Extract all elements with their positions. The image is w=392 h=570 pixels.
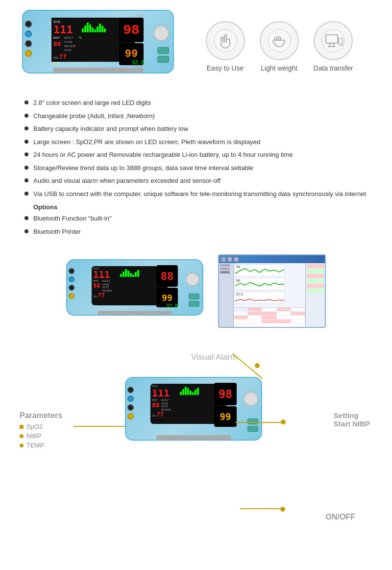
bullet-text: Audio and visual alarm when parameters e… xyxy=(33,176,220,186)
option-text: Bluetooth Printer xyxy=(33,227,81,237)
spo2-mid: 88 xyxy=(156,265,178,287)
option-1: Bluetooth Function "built-in" xyxy=(24,214,368,223)
bullet-2: Changeable probe (Adult, Infant ,Newborn… xyxy=(24,111,368,121)
data-transfer-label: Data transfer xyxy=(314,64,353,72)
feet-mid xyxy=(91,315,178,316)
setting-label: Setting Start NIBP xyxy=(334,411,370,428)
param-spo2: SpO2 xyxy=(20,423,62,430)
svg-point-0 xyxy=(214,29,237,52)
param-nibp: NIBP xyxy=(20,432,62,440)
feature-icons-row: Easy to Use Light weight xyxy=(206,21,353,72)
bullet-text: Via USB to connect with the computer, un… xyxy=(33,189,366,199)
features-section: Easy to Use Light weight xyxy=(181,21,377,72)
spo2-display: 98 xyxy=(119,18,144,42)
bullet-text: Storage/Review trend data up to 3888 gro… xyxy=(33,163,253,173)
bullet-dot xyxy=(24,152,28,156)
option-text: Bluetooth Function "built-in" xyxy=(33,214,112,223)
setting-subtitle: Start NIBP xyxy=(334,420,370,428)
bottom-buttons[interactable] xyxy=(157,47,169,63)
software-titlebar: _ □ × xyxy=(219,255,325,263)
bullet-5: 24 hours or AC power and Removable recha… xyxy=(24,150,368,160)
bottom-diagram-section: Visual Alarm Parameters SpO2 NIBP TEMP xyxy=(0,338,392,548)
left-connectors-bottom xyxy=(126,387,134,420)
bottom-btns-bottom[interactable] xyxy=(247,419,258,432)
sw-sidebar xyxy=(219,263,234,327)
bullet-1: 2.8" color screen and large red LED digi… xyxy=(24,98,368,108)
stand-feet xyxy=(46,73,150,74)
svg-point-9 xyxy=(322,29,344,52)
software-content: 98 96 37.5 xyxy=(219,263,325,327)
software-screenshot: _ □ × 98 xyxy=(218,254,326,328)
bullet-text: 2.8" color screen and large red LED digi… xyxy=(33,98,151,108)
feature-light-weight: Light weight xyxy=(260,21,299,72)
spo2-label: SPO₂ xyxy=(136,14,145,18)
options-heading: Options xyxy=(24,203,368,211)
bottom-btns-mid[interactable] xyxy=(189,294,199,307)
visual-alarm-label: Visual Alarm xyxy=(191,352,237,362)
middle-section: SYS 111 MAP88 ADULTmmhgAUTOREVIEW DIA 77 xyxy=(0,245,392,338)
parameters-label: Parameters SpO2 NIBP TEMP xyxy=(20,411,62,451)
feature-data-transfer: Data transfer xyxy=(314,21,353,72)
param-arrow xyxy=(74,426,132,427)
option-2: Bluetooth Printer xyxy=(24,227,368,237)
stand-mid xyxy=(98,311,172,315)
computer-icon xyxy=(314,21,353,60)
stand-bottom xyxy=(156,435,231,440)
temp-mid: 32.8 xyxy=(166,303,178,309)
device-image-mid: SYS 111 MAP88 ADULTmmhgAUTOREVIEW DIA 77 xyxy=(66,259,203,323)
bullet-text: Changeable probe (Adult, Infant ,Newborn… xyxy=(33,111,155,121)
bullet-8: Via USB to connect with the computer, un… xyxy=(24,189,368,199)
parameters-title: Parameters xyxy=(20,411,62,420)
top-section: SYS 111 MAP88 ADULTmmhgREVIEW10:00 ℃ DIA… xyxy=(0,0,392,88)
bullet-text: Large screen : SpO2,PR are shown on LED … xyxy=(33,137,260,147)
spo2-bottom: 98 xyxy=(214,383,237,405)
bullets-section: 2.8" color screen and large red LED digi… xyxy=(0,88,392,245)
win-btn-max[interactable]: □ xyxy=(227,257,232,262)
waveform-bars xyxy=(82,23,106,32)
bullet-dot xyxy=(24,166,28,170)
pr-bottom: 99 xyxy=(214,406,237,427)
bullet-7: Audio and visual alarm when parameters e… xyxy=(24,176,368,186)
onoff-arrow xyxy=(240,508,284,509)
right-button[interactable] xyxy=(153,25,169,41)
setting-arrow xyxy=(235,422,284,423)
onoff-dot xyxy=(280,507,285,512)
sw-main-content: 98 96 37.5 xyxy=(234,263,305,327)
bullet-text: Battery capacity indicator and prompt wh… xyxy=(33,124,188,134)
hand-hold-icon xyxy=(260,21,299,60)
visual-alarm-dot xyxy=(255,363,260,368)
device-image-bottom: SYS 111 MAP88 ADULTmmhgAUTOREVIEW DIA 77 xyxy=(125,377,267,475)
setting-title: Setting xyxy=(334,411,370,420)
bullet-dot xyxy=(24,140,28,144)
bullet-dot xyxy=(24,178,28,182)
feature-easy-to-use: Easy to Use xyxy=(206,21,245,72)
bullet-dot xyxy=(24,114,28,118)
left-connectors xyxy=(23,21,32,57)
bullet-dot xyxy=(24,100,28,104)
bullet-dot xyxy=(24,216,28,220)
bullet-3: Battery capacity indicator and prompt wh… xyxy=(24,124,368,134)
setting-dot xyxy=(281,420,286,424)
bullet-4: Large screen : SpO2,PR are shown on LED … xyxy=(24,137,368,147)
onoff-label: ON/OFF xyxy=(326,513,355,521)
win-btn-close[interactable]: × xyxy=(234,257,239,262)
hand-touch-icon xyxy=(206,21,245,60)
right-btn-bottom[interactable] xyxy=(244,392,258,406)
right-btn-mid[interactable] xyxy=(186,273,199,286)
win-btn-min[interactable]: _ xyxy=(221,257,226,262)
left-connectors-mid xyxy=(67,268,74,299)
stand-bar xyxy=(53,68,143,73)
feet-bottom xyxy=(149,440,237,441)
device-image-top: SYS 111 MAP88 ADULTmmhgREVIEW10:00 ℃ DIA… xyxy=(15,10,181,83)
bullet-6: Storage/Review trend data up to 3888 gro… xyxy=(24,163,368,173)
light-weight-label: Light weight xyxy=(261,64,297,72)
bullet-dot xyxy=(24,126,28,130)
sw-table xyxy=(234,307,305,327)
param-temp: TEMP xyxy=(20,442,62,449)
bullet-text: 24 hours or AC power and Removable recha… xyxy=(33,150,293,160)
bullet-dot xyxy=(24,192,28,196)
sw-right-panel xyxy=(305,263,325,327)
easy-to-use-label: Easy to Use xyxy=(207,64,244,72)
bullet-dot xyxy=(24,229,28,233)
